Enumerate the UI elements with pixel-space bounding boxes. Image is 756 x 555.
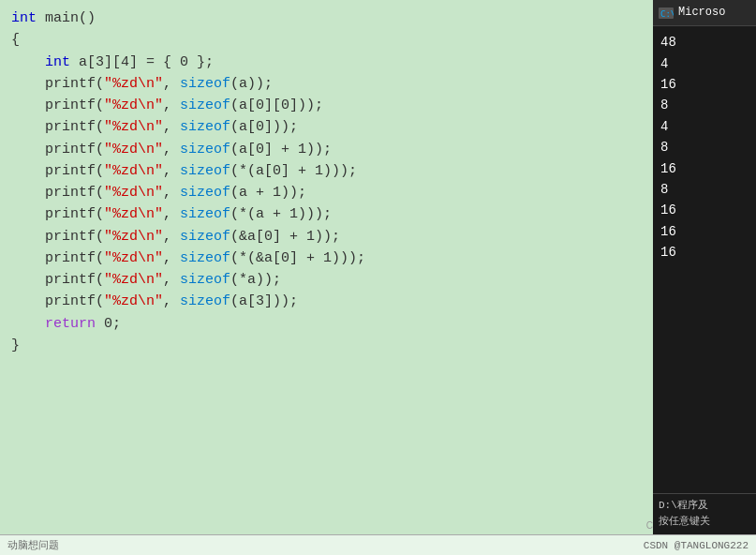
- output-line-5: 4: [660, 116, 749, 137]
- main-container: int main() { int a[3][4] = { 0 }; printf…: [0, 0, 756, 534]
- code-line-10: printf("%zd\n", sizeof(*(a + 1)));: [11, 203, 642, 225]
- terminal-panel: C:\ Microso 48 4 16 8 4 8 16 8 16 16 16 …: [653, 0, 756, 534]
- code-line-7: printf("%zd\n", sizeof(a[0] + 1));: [11, 139, 642, 160]
- bottom-bar-watermark: CSDN @TANGLONG222: [644, 540, 749, 551]
- terminal-header: C:\ Microso: [653, 0, 756, 26]
- code-line-1: int main(): [11, 8, 642, 29]
- terminal-icon: C:\: [659, 8, 674, 19]
- output-line-2: 4: [660, 53, 749, 74]
- output-line-4: 8: [660, 95, 749, 115]
- code-line-6: printf("%zd\n", sizeof(a[0]));: [11, 116, 642, 138]
- terminal-numbers: 48 4 16 8 4 8 16 8 16 16 16: [653, 26, 756, 493]
- code-line-15: return 0;: [11, 313, 642, 335]
- output-line-3: 16: [660, 74, 749, 95]
- output-line-10: 16: [660, 221, 749, 242]
- code-line-11: printf("%zd\n", sizeof(&a[0] + 1));: [11, 226, 642, 248]
- output-line-6: 8: [660, 137, 749, 158]
- code-line-12: printf("%zd\n", sizeof(*(&a[0] + 1)));: [11, 248, 642, 269]
- terminal-header-label: Microso: [678, 4, 725, 22]
- code-line-4: printf("%zd\n", sizeof(a));: [11, 73, 642, 95]
- code-area: int main() { int a[3][4] = { 0 }; printf…: [0, 0, 653, 534]
- code-line-2: {: [11, 29, 642, 51]
- terminal-footer-line2: 按任意键关: [659, 514, 750, 531]
- watermark: CSDN @TANGLONG222: [646, 518, 653, 533]
- code-line-16: }: [11, 335, 642, 356]
- output-line-8: 8: [660, 179, 749, 200]
- bottom-bar: 动脑想问题 CSDN @TANGLONG222: [0, 534, 756, 555]
- code-line-9: printf("%zd\n", sizeof(a + 1));: [11, 182, 642, 203]
- code-line-14: printf("%zd\n", sizeof(a[3]));: [11, 291, 642, 312]
- output-line-11: 16: [660, 242, 749, 262]
- code-line-13: printf("%zd\n", sizeof(*a));: [11, 269, 642, 291]
- code-line-3: int a[3][4] = { 0 };: [11, 52, 642, 73]
- output-line-9: 16: [660, 200, 749, 220]
- terminal-footer: D:\程序及 按任意键关: [653, 493, 756, 534]
- output-line-1: 48: [660, 32, 749, 52]
- svg-text:C:\: C:\: [660, 9, 674, 19]
- code-line-8: printf("%zd\n", sizeof(*(a[0] + 1)));: [11, 160, 642, 182]
- bottom-bar-left: 动脑想问题: [7, 538, 59, 552]
- output-line-7: 16: [660, 158, 749, 179]
- code-line-5: printf("%zd\n", sizeof(a[0][0]));: [11, 95, 642, 116]
- terminal-footer-line1: D:\程序及: [659, 498, 750, 515]
